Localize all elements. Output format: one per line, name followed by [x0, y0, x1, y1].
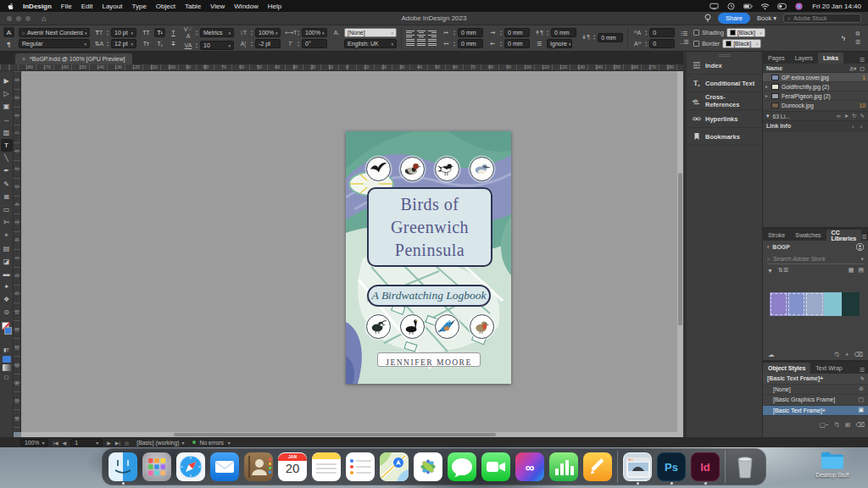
- tab-swatches[interactable]: Swatches: [790, 230, 826, 241]
- list-view-icon[interactable]: ▤: [858, 267, 864, 274]
- align-left-button[interactable]: [406, 30, 415, 37]
- object-style-item[interactable]: [None] ⊘: [763, 385, 868, 396]
- preflight-chevron-icon[interactable]: ▾: [228, 440, 231, 446]
- relink-icon[interactable]: ∞: [837, 113, 841, 119]
- object-style-item-selected[interactable]: [Basic Text Frame]+ ▣: [763, 406, 868, 417]
- skew-field[interactable]: 0°: [302, 39, 327, 48]
- update-link-icon[interactable]: ↻: [852, 113, 856, 119]
- close-tab-icon[interactable]: ×: [22, 56, 25, 62]
- line-tool[interactable]: ╲: [1, 152, 13, 164]
- link-item[interactable]: GP extra cover.jpg1: [763, 73, 868, 82]
- share-button[interactable]: Share: [718, 13, 750, 24]
- space-after-field[interactable]: 0 mm: [598, 33, 623, 42]
- cover-author-box[interactable]: JENNIFER MOORE: [377, 352, 481, 367]
- link-info-header[interactable]: Link Info ‹ ›: [763, 121, 868, 131]
- new-group-folder-icon[interactable]: 📁︎: [834, 351, 841, 358]
- current-object-style[interactable]: [Basic Text Frame]+ ϟ: [763, 374, 868, 385]
- page-tool[interactable]: ▣: [1, 100, 13, 113]
- tab-stroke[interactable]: Stroke: [763, 230, 790, 241]
- menu-type[interactable]: Type: [132, 3, 147, 10]
- menu-object[interactable]: Object: [156, 3, 175, 10]
- next-page-button[interactable]: ▶: [107, 440, 111, 446]
- tab-layers[interactable]: Layers: [790, 53, 818, 64]
- adobe-stock-search[interactable]: ⌕Adobe Stock: [783, 14, 861, 23]
- vertical-scrollbar[interactable]: [677, 71, 683, 432]
- panel-button-conditional-text[interactable]: T Conditional Text: [687, 75, 762, 92]
- type-tool[interactable]: T: [1, 139, 13, 152]
- dock-notes[interactable]: [312, 452, 341, 481]
- menu-file[interactable]: File: [61, 3, 72, 10]
- canvas[interactable]: Birds of Greenwich Peninsula A Birdwatch…: [21, 71, 683, 432]
- sync-cloud-icon[interactable]: ☁: [768, 351, 775, 358]
- edit-original-icon[interactable]: ✎: [860, 113, 865, 119]
- filter-icon[interactable]: ▼: [767, 268, 773, 274]
- siri-icon[interactable]: [794, 3, 804, 10]
- library-search-input[interactable]: ⌕ Search Adobe Stock ▾: [767, 254, 864, 264]
- justify-left-button[interactable]: [406, 39, 415, 46]
- selection-tool[interactable]: ▶: [1, 75, 13, 87]
- baseline-shift-field[interactable]: -2 pt: [255, 39, 281, 48]
- panel-menu-icon[interactable]: ☰: [860, 367, 865, 374]
- zoom-tool[interactable]: ⊙: [1, 306, 13, 319]
- vertical-ruler-numbers[interactable]: 3020100102030405060708090100110120130140…: [14, 71, 21, 432]
- view-mode-button[interactable]: ▢: [2, 373, 11, 381]
- space-before-field[interactable]: 0 mm: [551, 28, 576, 37]
- apple-icon[interactable]: [7, 3, 14, 10]
- menu-help[interactable]: Help: [268, 3, 281, 10]
- library-swatch[interactable]: [842, 292, 860, 316]
- language-select[interactable]: English: UK▾: [344, 39, 397, 48]
- clock-icon[interactable]: [726, 3, 736, 10]
- shading-checkbox[interactable]: [693, 30, 699, 36]
- goto-link-icon[interactable]: ➤: [844, 113, 849, 119]
- gradient-swatch-tool[interactable]: ▤: [1, 241, 13, 254]
- panel-menu-icon[interactable]: ☰: [860, 57, 865, 64]
- scrollbar-thumb[interactable]: [678, 173, 682, 325]
- home-icon[interactable]: ⌂: [42, 14, 46, 23]
- control-center-icon[interactable]: [777, 3, 787, 10]
- first-page-button[interactable]: |◀: [53, 440, 58, 446]
- delete-icon[interactable]: ⌫: [854, 351, 863, 358]
- lightbulb-icon[interactable]: [704, 14, 711, 23]
- align-center-button[interactable]: [417, 30, 426, 37]
- underline-button[interactable]: T: [168, 28, 179, 37]
- bulleted-list-icon[interactable]: ⁝☰: [679, 30, 689, 37]
- links-count-chevron[interactable]: ▾: [766, 113, 769, 119]
- wifi-icon[interactable]: [760, 3, 770, 10]
- link-page-column-icon[interactable]: ▢: [860, 65, 865, 71]
- dock-creative-cloud[interactable]: ∞: [515, 452, 544, 481]
- content-collector-tool[interactable]: ▥: [1, 126, 13, 139]
- library-swatch[interactable]: [824, 292, 842, 316]
- previous-page-button[interactable]: ◀: [63, 440, 67, 446]
- expand-icon[interactable]: ▸: [765, 84, 769, 89]
- horizontal-ruler-numbers[interactable]: 1801701601501401301201101009080706050403…: [0, 64, 687, 71]
- window-close-button[interactable]: [7, 16, 12, 21]
- dock-trash[interactable]: [731, 452, 760, 481]
- tab-links[interactable]: Links: [818, 53, 843, 64]
- pencil-tool[interactable]: ✎: [1, 178, 13, 191]
- strikethrough-button[interactable]: T: [168, 39, 179, 48]
- font-style-select[interactable]: Regular▾: [19, 39, 90, 48]
- tab-pages[interactable]: Pages: [763, 53, 790, 64]
- panel-button-index[interactable]: Index: [687, 57, 762, 75]
- create-style-icon[interactable]: ⊞: [845, 421, 850, 429]
- adaptive-layout-icon[interactable]: ϟ: [838, 34, 849, 42]
- workspace-switcher[interactable]: Book ▾: [757, 14, 776, 22]
- panel-button-hyperlinks[interactable]: Hyperlinks: [687, 110, 762, 128]
- free-transform-tool[interactable]: ⌖: [1, 229, 13, 241]
- object-style-item[interactable]: [Basic Graphics Frame] ▢: [763, 395, 868, 406]
- menu-table[interactable]: Table: [185, 3, 201, 10]
- character-formatting-icon[interactable]: A: [3, 27, 14, 37]
- link-item[interactable]: ▸ FeralPigeon.jpg (2): [763, 92, 868, 101]
- formatting-affects-text-icon[interactable]: ▮T: [2, 346, 11, 354]
- dock-photos[interactable]: [414, 452, 442, 481]
- subscript-button[interactable]: T₁: [154, 39, 165, 48]
- menu-edit[interactable]: Edit: [81, 3, 93, 10]
- menu-layout[interactable]: Layout: [102, 3, 122, 10]
- dock-mail[interactable]: [210, 452, 239, 481]
- link-warning-filter-icon[interactable]: ⚠▾: [849, 65, 856, 71]
- clear-overrides-icon[interactable]: ▢⁃: [820, 421, 829, 429]
- vertical-scale-field[interactable]: 100%▾: [255, 28, 281, 37]
- font-family-select[interactable]: ⌕Avenir Next Condens▾: [19, 28, 90, 37]
- dock-launchpad[interactable]: [142, 452, 171, 481]
- thumbnail-view-icon[interactable]: ▦: [849, 267, 854, 274]
